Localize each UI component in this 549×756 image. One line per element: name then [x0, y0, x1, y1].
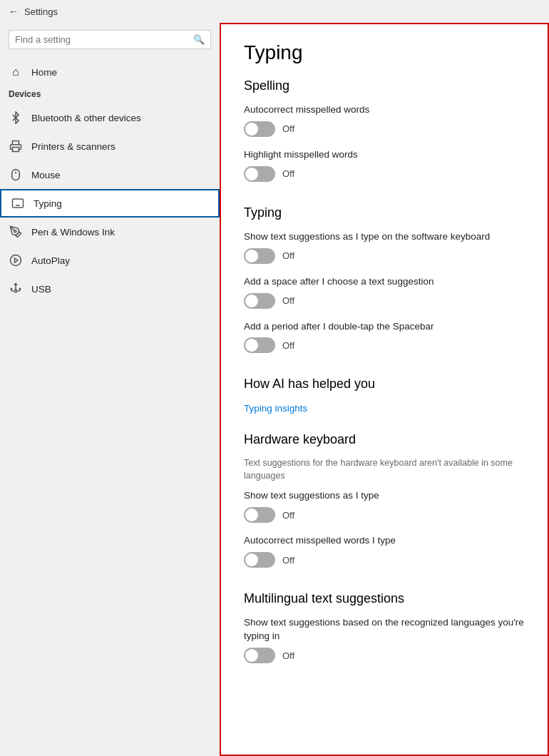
spelling-section-title: Spelling: [244, 78, 525, 93]
sidebar: 🔍 ⌂ Home Devices Bluetooth & other devic…: [0, 23, 220, 756]
hw-suggestions-toggle[interactable]: [244, 507, 275, 523]
home-label: Home: [31, 67, 57, 78]
multilingual-section-title: Multilingual text suggestions: [244, 591, 525, 606]
home-icon: ⌂: [9, 65, 23, 79]
hardware-sub-label: Text suggestions for the hardware keyboa…: [244, 457, 525, 482]
mouse-icon: [9, 168, 23, 182]
add-space-toggle-row: Off: [244, 293, 525, 309]
hw-autocorrect-label: Autocorrect misspelled words I type: [244, 534, 525, 548]
svg-rect-1: [12, 170, 20, 180]
sidebar-item-typing[interactable]: Typing: [0, 189, 220, 218]
show-suggestions-setting: Show text suggestions as I type on the s…: [244, 230, 525, 264]
back-button[interactable]: ←: [9, 6, 19, 17]
printers-icon: [9, 139, 23, 153]
page-title: Typing: [244, 41, 525, 64]
svg-point-12: [14, 230, 16, 233]
show-suggestions-toggle[interactable]: [244, 248, 275, 264]
svg-rect-15: [15, 290, 17, 292]
add-space-state: Off: [282, 295, 294, 306]
usb-label: USB: [31, 284, 51, 295]
typing-insights-link[interactable]: Typing insights: [244, 403, 307, 414]
svg-point-16: [11, 288, 12, 290]
sidebar-item-home[interactable]: ⌂ Home: [0, 58, 220, 86]
multilingual-toggle-row: Off: [244, 648, 525, 663]
sidebar-item-mouse[interactable]: Mouse: [0, 160, 220, 189]
title-bar-label: Settings: [24, 6, 58, 17]
search-input[interactable]: [15, 34, 193, 45]
hw-autocorrect-toggle-row: Off: [244, 552, 525, 568]
hw-autocorrect-state: Off: [282, 555, 294, 566]
multilingual-toggle[interactable]: [244, 648, 275, 663]
typing-label: Typing: [34, 198, 62, 209]
sidebar-item-pen[interactable]: Pen & Windows Ink: [0, 218, 220, 246]
multilingual-state: Off: [282, 650, 294, 661]
add-period-setting: Add a period after I double-tap the Spac…: [244, 320, 525, 354]
svg-rect-0: [13, 148, 19, 152]
highlight-toggle[interactable]: [244, 166, 275, 182]
highlight-setting: Highlight misspelled words Off: [244, 148, 525, 182]
usb-icon: [9, 282, 23, 296]
hw-suggestions-setting: Show text suggestions as I type Off: [244, 489, 525, 523]
search-box[interactable]: 🔍: [9, 30, 211, 49]
hw-autocorrect-toggle[interactable]: [244, 552, 275, 568]
sidebar-section-label: Devices: [0, 86, 220, 103]
bluetooth-label: Bluetooth & other devices: [31, 113, 141, 123]
sidebar-item-bluetooth[interactable]: Bluetooth & other devices: [0, 103, 220, 132]
hw-suggestions-state: Off: [282, 510, 294, 521]
add-space-toggle[interactable]: [244, 293, 275, 309]
add-period-toggle[interactable]: [244, 337, 275, 353]
pen-label: Pen & Windows Ink: [31, 227, 115, 237]
show-suggestions-toggle-row: Off: [244, 248, 525, 264]
typing-icon: [11, 196, 25, 210]
add-period-state: Off: [282, 340, 294, 351]
autocorrect-toggle[interactable]: [244, 121, 275, 137]
autocorrect-label: Autocorrect misspelled words: [244, 103, 525, 117]
hw-autocorrect-setting: Autocorrect misspelled words I type Off: [244, 534, 525, 568]
autocorrect-state: Off: [282, 123, 294, 134]
ai-section-title: How AI has helped you: [244, 377, 525, 392]
typing-section-title: Typing: [244, 205, 525, 220]
add-period-toggle-row: Off: [244, 337, 525, 353]
app-container: 🔍 ⌂ Home Devices Bluetooth & other devic…: [0, 23, 549, 756]
search-icon: 🔍: [193, 34, 205, 45]
add-period-label: Add a period after I double-tap the Spac…: [244, 320, 525, 334]
sidebar-item-autoplay[interactable]: AutoPlay: [0, 246, 220, 275]
add-space-setting: Add a space after I choose a text sugges…: [244, 275, 525, 309]
multilingual-label: Show text suggestions based on the recog…: [244, 616, 525, 643]
bluetooth-icon: [9, 111, 23, 125]
add-space-label: Add a space after I choose a text sugges…: [244, 275, 525, 289]
svg-rect-3: [13, 199, 24, 208]
title-bar: ← Settings: [0, 0, 549, 23]
autoplay-label: AutoPlay: [31, 255, 70, 266]
divider-2: [244, 364, 525, 365]
sidebar-item-printers[interactable]: Printers & scanners: [0, 132, 220, 160]
show-suggestions-label: Show text suggestions as I type on the s…: [244, 230, 525, 244]
highlight-toggle-row: Off: [244, 166, 525, 182]
autocorrect-setting: Autocorrect misspelled words Off: [244, 103, 525, 137]
autocorrect-toggle-row: Off: [244, 121, 525, 137]
svg-point-17: [19, 288, 21, 290]
printers-label: Printers & scanners: [31, 141, 116, 152]
multilingual-setting: Show text suggestions based on the recog…: [244, 616, 525, 663]
svg-marker-14: [15, 258, 19, 262]
hw-suggestions-label: Show text suggestions as I type: [244, 489, 525, 503]
mouse-label: Mouse: [31, 170, 61, 180]
hardware-section-title: Hardware keyboard: [244, 432, 525, 447]
sidebar-item-usb[interactable]: USB: [0, 275, 220, 303]
content-panel: Typing Spelling Autocorrect misspelled w…: [220, 23, 549, 756]
show-suggestions-state: Off: [282, 250, 294, 261]
pen-icon: [9, 225, 23, 239]
divider-3: [244, 420, 525, 421]
svg-point-13: [11, 255, 21, 266]
autoplay-icon: [9, 253, 23, 267]
highlight-label: Highlight misspelled words: [244, 148, 525, 162]
highlight-state: Off: [282, 168, 294, 179]
divider-1: [244, 193, 525, 194]
hw-suggestions-toggle-row: Off: [244, 507, 525, 523]
divider-4: [244, 579, 525, 580]
